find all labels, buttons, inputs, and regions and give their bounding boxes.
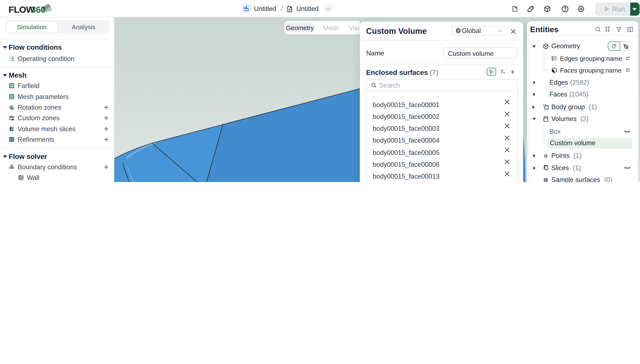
svg-text:360: 360: [31, 4, 46, 14]
